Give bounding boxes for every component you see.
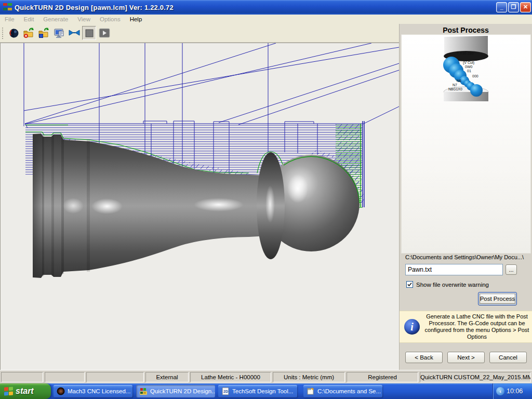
windows-logo-icon [4,387,13,395]
svg-text:T X30 Z80: T X30 Z80 [457,51,474,55]
svg-text:N6: N6 [457,79,461,83]
taskbar: start Mach3 CNC Licensed... QuickTURN 2D… [0,383,532,399]
menu-view[interactable]: View [73,16,95,22]
system-tray: ‹ 10:06 [493,383,532,399]
lathe-view [1,43,399,370]
status-cell-1 [1,372,43,382]
task-explorer[interactable]: C:\Documents and Se... [303,385,382,397]
filename-input[interactable] [405,264,503,275]
svg-text:01: 01 [467,69,471,73]
design-canvas[interactable] [0,43,399,370]
browse-button[interactable]: ... [506,264,517,275]
minimize-button[interactable]: _ [496,2,507,12]
toolbar [0,24,399,43]
start-button[interactable]: start [0,383,51,399]
desktop: QuickTURN 2D Design [pawn.lcm] Ver: 1.22… [0,0,532,399]
post-preview: T X30 Z80 (V Cut) 0W0 01 000 N6 N7 N8G1X… [401,34,531,254]
mach3-icon [57,387,65,395]
status-cell-postfile: QuickTURN CUSTOM_22_May_2015.MML [420,372,531,382]
menu-options[interactable]: Options [95,16,125,22]
menu-edit[interactable]: Edit [19,16,39,22]
svg-text:N7: N7 [453,83,457,87]
post-process-button[interactable]: Post Process [478,292,517,305]
info-strip: i Generate a Lathe CNC file with the Pos… [400,311,532,343]
save-export-icon[interactable] [37,26,51,40]
status-cell-registered: Registered [347,372,418,382]
next-button[interactable]: Next > [447,352,485,363]
techsoft-icon: 2D [221,387,230,395]
svg-text:2D: 2D [223,390,228,393]
taskbar-clock: 10:06 [507,388,523,395]
menu-bar: File Edit Generate View Options Help [0,15,532,24]
task-quickturn[interactable]: QuickTURN 2D Design... [136,385,215,397]
toolbar-grip[interactable] [2,28,3,39]
menu-generate[interactable]: Generate [38,16,73,22]
title-bar[interactable]: QuickTURN 2D Design [pawn.lcm] Ver: 1.22… [0,0,532,15]
task-techsoft[interactable]: 2D TechSoft Design Tool... [218,385,297,397]
fit-view-icon[interactable] [67,26,81,40]
window-title: QuickTURN 2D Design [pawn.lcm] Ver: 1.22… [15,4,174,11]
task-mach3[interactable]: Mach3 CNC Licensed... [54,385,132,397]
overwrite-checkbox-label: Show file overwrite warning [416,282,489,288]
render-toggle-icon[interactable] [82,26,96,40]
post-process-panel: Post Process [399,24,532,370]
status-cell-external: External [145,372,189,382]
panel-title: Post Process [400,26,532,34]
status-cell-2 [45,372,85,382]
folder-icon [307,387,315,395]
status-bar: External Lathe Metric - H00000 Units : M… [0,370,532,383]
about-icon[interactable] [7,26,21,40]
post-process-icon[interactable] [52,26,66,40]
back-button[interactable]: < Back [405,352,443,363]
svg-text:(V Cut): (V Cut) [463,61,474,65]
close-button[interactable]: ✕ [520,2,531,12]
overwrite-checkbox[interactable] [406,281,413,288]
post-preview-graphic: T X30 Z80 (V Cut) 0W0 01 000 N6 N7 N8G1X… [402,35,530,102]
play-simulation-icon[interactable] [97,26,111,40]
open-export-icon[interactable] [22,26,36,40]
info-icon: i [404,319,420,335]
svg-text:000: 000 [472,74,478,78]
menu-help[interactable]: Help [125,16,147,22]
cancel-button[interactable]: Cancel [489,352,527,363]
tray-chevron-icon[interactable]: ‹ [496,387,504,395]
restore-button[interactable]: ❐ [508,2,519,12]
status-cell-tool: Lathe Metric - H00000 [190,372,271,382]
menu-file[interactable]: File [0,16,19,22]
status-cell-units: Units : Metric (mm) [273,372,345,382]
app-icon [3,3,12,11]
quickturn-icon [139,387,148,395]
output-path-label: C:\Documents and Settings\Owner\My Docu.… [405,254,530,260]
svg-text:N8G1X0: N8G1X0 [448,87,462,91]
status-cell-3 [86,372,144,382]
svg-text:0W0: 0W0 [465,65,473,69]
info-text: Generate a Lathe CNC file with the Post … [423,313,531,340]
